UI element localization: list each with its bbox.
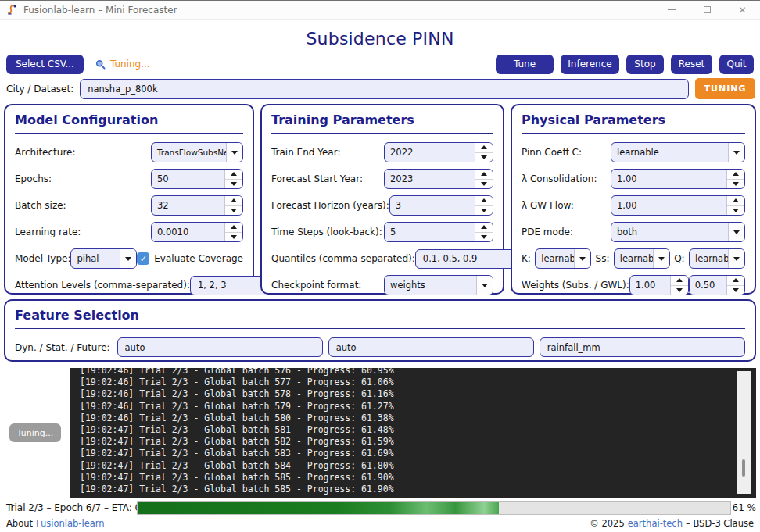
spin-up-button[interactable]	[475, 223, 493, 233]
dropdown-arrow-icon	[482, 284, 488, 287]
weight-subsidence-spinbox[interactable]: 1.00	[629, 275, 689, 295]
model-type-select[interactable]: pihal	[70, 248, 137, 269]
pde-mode-select[interactable]: both	[611, 222, 745, 242]
spin-down-button[interactable]	[671, 286, 688, 295]
spin-down-button[interactable]	[225, 206, 242, 216]
spin-down-button[interactable]	[475, 233, 493, 242]
spin-up-icon	[231, 172, 237, 176]
chevron-down-icon[interactable]	[226, 143, 242, 162]
forecast-horizon-spinbox[interactable]: 3	[389, 195, 493, 216]
lambda-consolidation-value: 1.00	[611, 170, 726, 188]
spinner-buttons	[475, 170, 493, 188]
chevron-down-icon[interactable]	[653, 249, 669, 268]
future-features-input[interactable]	[540, 337, 745, 357]
reset-button[interactable]: Reset	[671, 55, 712, 74]
tuning-side-button[interactable]: Tuning...	[9, 423, 61, 442]
chevron-down-icon[interactable]	[728, 143, 744, 162]
spin-up-button[interactable]	[727, 276, 744, 286]
log-line: [19:02:47] Trial 2/3 - Global batch 582 …	[80, 436, 733, 448]
spin-down-button[interactable]	[727, 286, 744, 295]
spin-up-button[interactable]	[727, 196, 744, 206]
architecture-select[interactable]: TransFlowSubsNet	[151, 142, 243, 162]
checkpoint-format-select[interactable]: weights	[384, 275, 493, 295]
lambda-consolidation-spinbox[interactable]: 1.00	[611, 169, 745, 189]
close-button[interactable]: ✕	[725, 1, 760, 19]
spin-up-button[interactable]	[225, 170, 242, 180]
spin-up-button[interactable]	[475, 196, 493, 206]
forecast-start-year-row: Forecast Start Year: 2023	[271, 169, 493, 189]
pinn-coeff-select[interactable]: learnable	[611, 142, 745, 162]
stop-button[interactable]: Stop	[626, 55, 664, 74]
divider	[15, 133, 243, 134]
batch-size-spinbox[interactable]: 32	[151, 195, 243, 216]
dropdown-arrow-icon	[733, 257, 740, 261]
forecast-start-year-label: Forecast Start Year:	[271, 173, 363, 184]
checkpoint-format-row: Checkpoint format: weights	[271, 275, 493, 295]
app-window: Fusionlab-learn – Mini Forecaster ✕ Subs…	[0, 0, 760, 532]
maximize-button[interactable]	[690, 1, 725, 19]
spin-up-button[interactable]	[225, 223, 242, 233]
checkmark-icon: ✓	[140, 254, 147, 264]
copyright-link[interactable]: earthai-tech	[628, 518, 683, 530]
attention-levels-input[interactable]	[190, 276, 271, 295]
spin-up-button[interactable]	[671, 276, 688, 286]
spin-down-button[interactable]	[727, 180, 744, 189]
lambda-gw-flow-spinbox[interactable]: 1.00	[611, 195, 745, 216]
log-scrollbar[interactable]	[737, 371, 751, 494]
select-csv-button[interactable]: Select CSV...	[6, 55, 84, 74]
chevron-down-icon[interactable]	[728, 223, 744, 241]
feature-selection-title: Feature Selection	[15, 308, 745, 323]
log-console[interactable]: [19:02:46] Trial 2/3 - Global batch 576 …	[70, 368, 756, 498]
forecast-start-year-spinbox[interactable]: 2023	[384, 169, 493, 189]
spin-up-button[interactable]	[225, 196, 242, 206]
static-features-input[interactable]	[328, 337, 534, 357]
status-bar: Trial 2/3 – Epoch 6/7 – ETA: 00:36 61 %	[6, 501, 756, 516]
epochs-spinbox[interactable]: 50	[151, 169, 243, 189]
spin-up-button[interactable]	[475, 170, 493, 180]
train-end-year-spinbox[interactable]: 2022	[384, 142, 493, 162]
learning-rate-value: 0.0010	[152, 223, 224, 241]
spin-down-button[interactable]	[225, 233, 242, 242]
feature-selection-row: Dyn. / Stat. / Future:	[15, 337, 745, 357]
spin-down-icon	[481, 209, 487, 212]
dataset-input[interactable]	[80, 79, 689, 99]
evaluate-coverage-checkbox[interactable]: ✓	[137, 252, 149, 265]
attention-levels-row: Attention Levels (comma-separated):	[15, 275, 243, 295]
learning-rate-spinbox[interactable]: 0.0010	[151, 222, 243, 242]
lambda-gw-flow-row: λ GW Flow: 1.00	[522, 195, 745, 216]
chevron-down-icon[interactable]	[120, 249, 136, 268]
ss-value: learnable	[615, 249, 653, 268]
chevron-down-icon[interactable]	[728, 249, 744, 268]
dropdown-arrow-icon	[658, 257, 665, 261]
q-select[interactable]: learnable	[689, 248, 745, 269]
about-link[interactable]: Fusionlab-learn	[36, 518, 105, 530]
chevron-down-icon[interactable]	[574, 249, 590, 268]
spin-down-button[interactable]	[475, 153, 493, 162]
spin-up-button[interactable]	[475, 143, 493, 153]
inline-status: Tuning...	[95, 59, 150, 70]
spin-up-icon	[733, 172, 739, 176]
inline-status-text: Tuning...	[110, 59, 150, 70]
spin-down-button[interactable]	[475, 180, 493, 189]
spin-up-button[interactable]	[727, 170, 744, 180]
model-configuration-panel: Model Configuration Architecture: TransF…	[4, 104, 254, 295]
chevron-down-icon[interactable]	[476, 276, 493, 295]
minimize-button[interactable]	[654, 1, 690, 19]
time-steps-spinbox[interactable]: 5	[384, 222, 493, 242]
weight-gwl-spinbox[interactable]: 0.50	[689, 275, 745, 295]
scrollbar-thumb[interactable]	[742, 459, 745, 477]
inference-button[interactable]: Inference	[561, 55, 619, 74]
quantiles-input[interactable]	[415, 249, 525, 269]
ss-select[interactable]: learnable	[614, 248, 670, 269]
spin-down-button[interactable]	[727, 206, 744, 216]
dynamic-features-input[interactable]	[117, 337, 323, 357]
k-select[interactable]: learnable	[535, 248, 591, 269]
weights-row: Weights (Subs. / GWL): 1.00 0.50	[522, 275, 745, 295]
spin-down-button[interactable]	[225, 180, 242, 189]
spin-down-button[interactable]	[475, 206, 493, 216]
log-line: [19:02:46] Trial 2/3 - Global batch 579 …	[80, 401, 733, 412]
tune-button[interactable]: Tune	[496, 55, 554, 74]
quit-button[interactable]: Quit	[719, 55, 754, 74]
spin-down-icon	[733, 288, 739, 292]
architecture-label: Architecture:	[15, 147, 76, 158]
